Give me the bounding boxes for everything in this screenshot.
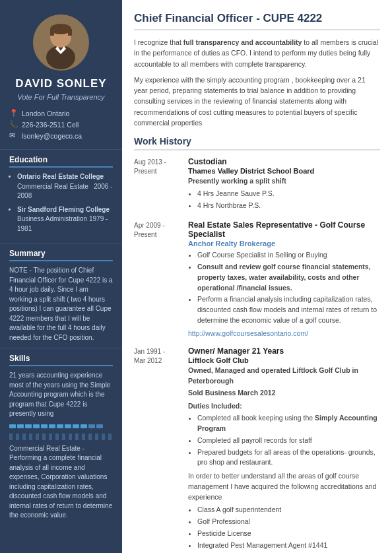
- education-title: Education: [9, 155, 113, 168]
- svg-rect-4: [50, 29, 54, 36]
- financial-skills-text: Commercial Real Estate - Performing a co…: [9, 444, 113, 521]
- main-content: Chief Financial Officer - CUPE 4222 I re…: [122, 0, 392, 553]
- contact-location: 📍 London Ontario: [9, 109, 113, 117]
- intro-paragraph-1: I recognize that full transparency and a…: [134, 37, 380, 69]
- work-sub-liftlock: Owned, Managed and operated Liftlock Gol…: [188, 366, 380, 553]
- work-title-liftlock: Owner/ Manager 21 Years: [188, 346, 380, 356]
- candidate-name: DAVID SONLEY: [10, 77, 112, 90]
- work-entry-custodian: Aug 2013 -Present Custodian Thames Valle…: [134, 157, 380, 212]
- work-company-realestate: Anchor Realty Brokerage: [188, 240, 380, 247]
- work-title-custodian: Custodian: [188, 157, 380, 166]
- page-title: Chief Financial Officer - CUPE 4222: [134, 12, 380, 30]
- work-link-realestate[interactable]: http://www.golfcoursesalesontario.com/: [188, 329, 380, 339]
- sidebar: DAVID SONLEY Vote For Full Transparency …: [0, 0, 122, 553]
- contact-section: 📍 London Ontario 📞 226-236-2511 Cell ✉ l…: [0, 109, 122, 149]
- skills-text: 21 years accounting experience most of t…: [9, 371, 113, 419]
- work-dates-custodian: Aug 2013 -Present: [134, 157, 188, 212]
- work-entry-liftlock: Jan 1991 -Mar 2012 Owner/ Manager 21 Yea…: [134, 346, 380, 553]
- phone-icon: 📞: [9, 120, 18, 129]
- work-dates-liftlock: Jan 1991 -Mar 2012: [134, 346, 188, 553]
- work-detail-liftlock: Owner/ Manager 21 Years Liftlock Golf Cl…: [188, 346, 380, 553]
- location-icon: 📍: [9, 109, 18, 117]
- education-content: Ontario Real Estate College Commercial R…: [9, 172, 113, 234]
- profile-photo: [33, 15, 89, 71]
- work-dates-realestate: Apr 2009 -Present: [134, 220, 188, 339]
- zigzag-divider: [9, 434, 113, 440]
- candidate-tagline: Vote For Full Transparency: [12, 93, 110, 101]
- email-icon: ✉: [9, 131, 18, 140]
- work-sub-custodian: Presently working a split shift 4 Hrs Je…: [188, 176, 380, 211]
- education-section: Education Ontario Real Estate College Co…: [0, 149, 122, 243]
- summary-title: Summary: [9, 249, 113, 261]
- skills-section: Skills 21 years accounting experience mo…: [0, 348, 122, 526]
- contact-phone: 📞 226-236-2511 Cell: [9, 120, 113, 129]
- svg-rect-5: [68, 29, 72, 36]
- work-history-title: Work History: [134, 136, 380, 150]
- work-detail-custodian: Custodian Thames Valley District School …: [188, 157, 380, 212]
- svg-point-1: [46, 46, 75, 69]
- intro-paragraph-2: My experience with the simply accounting…: [134, 75, 380, 128]
- work-detail-realestate: Real Estate Sales Representative - Golf …: [188, 220, 380, 339]
- work-title-realestate: Real Estate Sales Representative - Golf …: [188, 220, 380, 239]
- skills-title: Skills: [9, 354, 113, 366]
- work-sub-realestate: Golf Course Specialist in Selling or Buy…: [188, 250, 380, 339]
- skills-bar: [9, 424, 113, 428]
- summary-content: NOTE - The position of Chief Financial O…: [9, 266, 113, 342]
- work-entry-realestate: Apr 2009 -Present Real Estate Sales Repr…: [134, 220, 380, 339]
- work-company-custodian: Thames Valley District School Board: [188, 167, 380, 175]
- summary-section: Summary NOTE - The position of Chief Fin…: [0, 243, 122, 348]
- work-company-liftlock: Liftlock Golf Club: [188, 356, 380, 364]
- contact-email: ✉ lsonley@cogeco.ca: [9, 131, 113, 140]
